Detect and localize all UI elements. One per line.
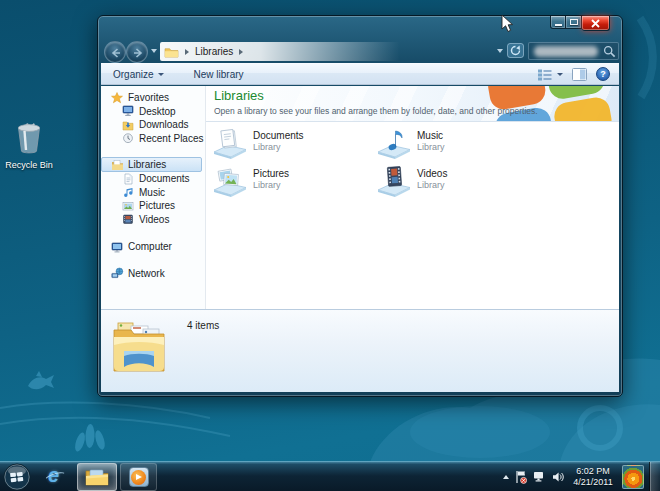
favorites-star-icon — [111, 92, 124, 104]
sidebar-item-label: Music — [139, 187, 165, 198]
sidebar-item-music[interactable]: Music — [101, 186, 205, 200]
windows-explorer-button[interactable] — [77, 463, 117, 491]
sidebar-item-label: Network — [128, 268, 165, 279]
music-library-icon — [376, 127, 412, 161]
recent-places-icon — [122, 132, 135, 144]
explorer-window: Libraries Organize New library — [97, 15, 623, 397]
documents-icon — [122, 173, 135, 185]
sidebar-item-desktop[interactable]: Desktop — [101, 105, 205, 119]
library-item-pictures[interactable]: Pictures Library — [211, 164, 375, 202]
library-item-videos[interactable]: Videos Library — [375, 164, 539, 202]
desktop-icon — [122, 105, 135, 117]
library-name: Documents — [253, 130, 304, 141]
library-kind: Library — [253, 142, 304, 152]
details-pane: 4 items — [101, 309, 619, 392]
minimize-button[interactable] — [550, 16, 566, 29]
organize-label: Organize — [113, 69, 154, 80]
breadcrumb-location[interactable]: Libraries — [195, 46, 233, 57]
history-dropdown[interactable] — [151, 49, 157, 53]
fish-icon — [28, 371, 54, 389]
caption-buttons — [550, 16, 610, 31]
sidebar-item-computer[interactable]: Computer — [101, 240, 205, 254]
show-hidden-icons-button[interactable] — [503, 475, 509, 479]
chevron-right-icon — [185, 49, 189, 55]
start-button[interactable] — [3, 463, 31, 491]
mouse-cursor — [501, 14, 514, 33]
documents-library-icon — [212, 127, 248, 161]
forward-button[interactable] — [126, 41, 148, 63]
item-count: 4 items — [187, 320, 219, 331]
refresh-button[interactable] — [507, 43, 524, 62]
downloads-icon — [122, 119, 135, 131]
show-desktop-button[interactable] — [649, 462, 660, 491]
windows-start-icon — [3, 463, 31, 491]
action-center-flag-icon[interactable] — [515, 470, 527, 484]
library-name: Videos — [417, 168, 447, 179]
library-item-music[interactable]: Music Library — [375, 126, 539, 164]
sidebar-item-favorites[interactable]: Favorites — [101, 91, 205, 105]
views-button[interactable] — [537, 68, 563, 81]
folder-banner: Libraries Open a library to see your fil… — [206, 86, 619, 122]
folder-icon — [164, 46, 179, 58]
forward-icon — [131, 46, 145, 60]
new-library-button[interactable]: New library — [188, 66, 250, 83]
breadcrumb[interactable]: Libraries — [160, 42, 412, 61]
library-kind: Library — [417, 142, 445, 152]
search-redacted-text — [534, 46, 598, 57]
sidebar-item-documents[interactable]: Documents — [101, 172, 205, 186]
taskbar-clock[interactable]: 6:02 PM 4/21/2011 — [570, 466, 616, 489]
search-icon[interactable] — [603, 45, 616, 58]
page-subtitle: Open a library to see your files and arr… — [214, 106, 538, 116]
library-items: Documents Library Music Library — [206, 122, 542, 202]
network-icon — [111, 267, 124, 279]
libraries-icon — [111, 159, 124, 171]
taskbar: 6:02 PM 4/21/2011 — [0, 461, 660, 491]
maximize-button[interactable] — [566, 16, 582, 29]
pictures-icon — [122, 200, 135, 212]
window-content: Favorites Desktop Downloads Recent Place… — [101, 86, 619, 309]
chevron-right-icon[interactable] — [239, 49, 243, 55]
sidebar-item-downloads[interactable]: Downloads — [101, 118, 205, 132]
chevron-down-icon — [557, 73, 563, 76]
maximize-icon — [570, 19, 578, 25]
videos-library-icon — [376, 165, 412, 199]
new-library-label: New library — [194, 69, 244, 80]
sidebar-item-libraries[interactable]: Libraries — [101, 157, 202, 172]
recycle-bin[interactable]: Recycle Bin — [2, 121, 56, 170]
music-icon — [122, 186, 135, 198]
system-tray: 6:02 PM 4/21/2011 — [503, 462, 644, 491]
chevron-down-icon — [158, 73, 164, 76]
back-button[interactable] — [104, 41, 126, 63]
organize-button[interactable]: Organize — [107, 66, 170, 83]
preview-pane-icon[interactable] — [572, 68, 587, 81]
recycle-bin-label: Recycle Bin — [2, 160, 56, 170]
sidebar-item-network[interactable]: Network — [101, 267, 205, 281]
close-button[interactable] — [582, 16, 610, 31]
views-icon — [537, 68, 553, 81]
media-player-button[interactable] — [120, 463, 157, 491]
address-dropdown[interactable] — [497, 49, 503, 53]
sidebar-item-recent-places[interactable]: Recent Places — [101, 132, 205, 146]
sidebar-item-label: Libraries — [128, 159, 166, 170]
sidebar-item-label: Favorites — [128, 92, 169, 103]
library-item-documents[interactable]: Documents Library — [211, 126, 375, 164]
sidebar-item-pictures[interactable]: Pictures — [101, 199, 205, 213]
search-box[interactable] — [528, 42, 619, 60]
pictures-library-icon — [212, 165, 248, 199]
command-bar: Organize New library — [101, 63, 619, 85]
sidebar-item-label: Recent Places — [139, 133, 203, 144]
file-list-pane: Libraries Open a library to see your fil… — [206, 86, 619, 309]
help-button[interactable] — [596, 67, 610, 81]
flower-tray-thumbnail[interactable] — [622, 465, 644, 489]
internet-explorer-button[interactable] — [43, 465, 69, 489]
sidebar-item-videos[interactable]: Videos — [101, 213, 205, 227]
library-name: Music — [417, 130, 445, 141]
volume-icon[interactable] — [552, 471, 564, 483]
network-tray-icon[interactable] — [533, 471, 546, 483]
videos-icon — [122, 213, 135, 225]
navigation-pane: Favorites Desktop Downloads Recent Place… — [101, 86, 206, 309]
sidebar-item-label: Videos — [139, 214, 169, 225]
sidebar-item-label: Computer — [128, 241, 172, 252]
libraries-folder-icon — [110, 315, 168, 377]
clock-date: 4/21/2011 — [570, 477, 616, 488]
